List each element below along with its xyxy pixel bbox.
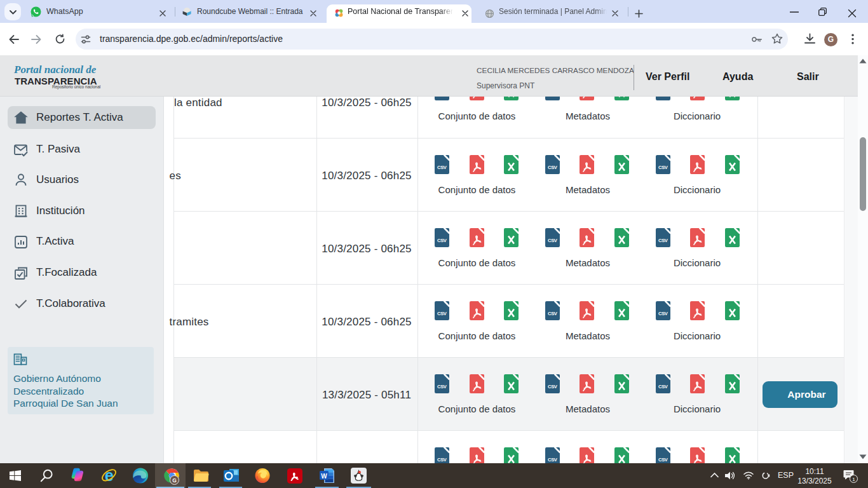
svg-text:W: W [321,472,327,479]
